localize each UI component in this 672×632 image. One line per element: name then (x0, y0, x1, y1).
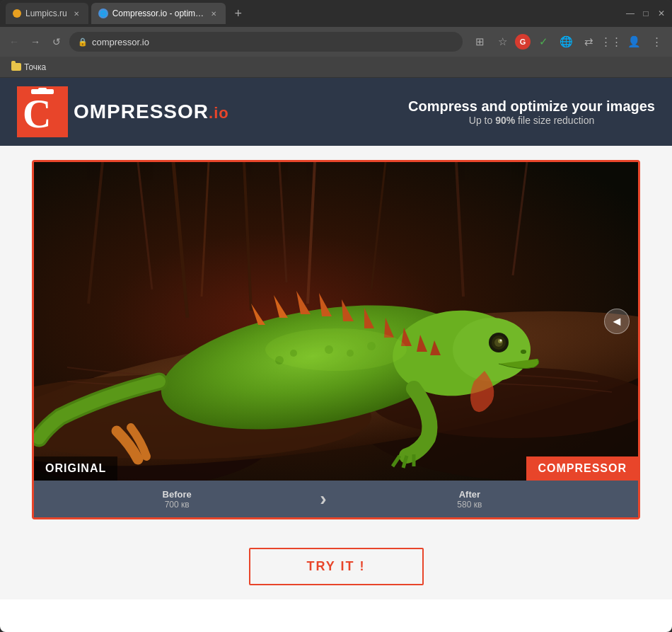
logo-ompressor: OMPRESSOR (74, 100, 209, 122)
iguana-image: ORIGINAL COMPRESSOR ◄ (34, 162, 638, 481)
url-bar[interactable]: 🔒 compressor.io (69, 32, 463, 52)
stat-after: After 580 кв (341, 489, 598, 510)
extension-globe-icon[interactable]: 🌐 (556, 32, 576, 52)
extension-check-icon[interactable]: ✓ (533, 32, 553, 52)
logo-tld: .io (209, 104, 229, 122)
lock-icon: 🔒 (78, 38, 88, 47)
stat-before-value: 700 кв (48, 500, 306, 510)
svg-text:C: C (23, 92, 51, 136)
slider-arrow[interactable]: ◄ (604, 309, 630, 334)
logo-text-area: OMPRESSOR.io (68, 102, 229, 122)
stat-after-label: After (341, 489, 598, 500)
new-tab-button[interactable]: + (228, 4, 248, 23)
tab-compressor[interactable]: 🌐 Compressor.io - optimize and co... ✕ (91, 3, 226, 24)
extension-grid-icon[interactable]: ⋮⋮ (601, 32, 621, 52)
stat-before: Before 700 кв (48, 489, 306, 510)
try-section: TRY IT ! (0, 534, 672, 599)
stats-bar: Before 700 кв › After 580 кв (34, 481, 638, 517)
title-bar: Lumpics.ru ✕ 🌐 Compressor.io - optimize … (0, 0, 672, 27)
url-text: compressor.io (92, 37, 454, 47)
image-compare-container: ORIGINAL COMPRESSOR ◄ Before 700 кв (32, 160, 640, 519)
extension-red-icon[interactable]: G (515, 34, 531, 50)
demo-section: ORIGINAL COMPRESSOR ◄ Before 700 кв (0, 146, 672, 534)
star-icon[interactable]: ☆ (492, 32, 512, 52)
stat-before-label: Before (48, 489, 306, 500)
browser-window: Lumpics.ru ✕ 🌐 Compressor.io - optimize … (0, 0, 672, 632)
tab-compressor-close[interactable]: ✕ (209, 8, 219, 18)
logo-svg: C (17, 86, 68, 137)
minimize-button[interactable]: — (625, 8, 635, 18)
forward-button[interactable]: → (27, 33, 44, 50)
profile-icon[interactable]: 👤 (624, 32, 644, 52)
address-bar: ← → ↺ 🔒 compressor.io ⊞ ☆ G ✓ 🌐 ⇄ ⋮⋮ 👤 ⋮ (0, 27, 672, 57)
tagline-prefix: Up to (469, 115, 495, 126)
tab-lumpics-label: Lumpics.ru (25, 8, 67, 18)
bookmark-tochka[interactable]: Точка (6, 61, 52, 74)
menu-icon[interactable]: ⋮ (647, 32, 666, 52)
close-button[interactable]: ✕ (656, 8, 666, 18)
reload-button[interactable]: ↺ (48, 33, 65, 50)
header-tagline: Compress and optimize your images Up to … (408, 98, 655, 126)
bookmarks-bar: Точка (0, 57, 672, 78)
tagline-highlight: 90% (495, 115, 515, 126)
svg-point-36 (265, 328, 407, 371)
svg-point-27 (521, 350, 526, 354)
tab-lumpics-close[interactable]: ✕ (71, 8, 81, 18)
iguana-svg (34, 162, 638, 481)
bookmark-tochka-label: Точка (24, 62, 46, 72)
svg-rect-1 (38, 88, 47, 91)
lumpics-favicon (13, 9, 21, 18)
page-content: C OMPRESSOR.io Compress and optimize you… (0, 78, 672, 632)
stat-after-value: 580 кв (341, 500, 598, 510)
compressor-favicon: 🌐 (98, 8, 108, 18)
tagline-sub: Up to 90% file size reduction (408, 115, 655, 126)
tab-compressor-label: Compressor.io - optimize and co... (112, 8, 204, 18)
try-it-button[interactable]: TRY IT ! (249, 548, 424, 585)
logo-area: C OMPRESSOR.io (17, 86, 229, 137)
maximize-button[interactable]: □ (641, 8, 651, 18)
site-header: C OMPRESSOR.io Compress and optimize you… (0, 78, 672, 146)
svg-point-26 (500, 340, 502, 342)
stat-arrow: › (306, 488, 340, 510)
toolbar-icons: ⊞ ☆ G ✓ 🌐 ⇄ ⋮⋮ 👤 ⋮ (470, 32, 666, 52)
translate-icon[interactable]: ⊞ (470, 32, 489, 52)
logo-c-box: C (17, 86, 68, 137)
tagline-suffix: file size reduction (515, 115, 594, 126)
label-original: ORIGINAL (34, 456, 117, 481)
bookmark-folder-icon (11, 63, 21, 71)
logo-brand-text: OMPRESSOR.io (74, 102, 229, 122)
svg-point-21 (453, 318, 531, 381)
back-button[interactable]: ← (6, 33, 23, 50)
tagline-main: Compress and optimize your images (408, 98, 655, 115)
tab-lumpics[interactable]: Lumpics.ru ✕ (6, 3, 88, 24)
label-compressor: COMPRESSOR (526, 456, 638, 481)
extension-swap-icon[interactable]: ⇄ (579, 32, 598, 52)
window-controls: — □ ✕ (625, 8, 666, 18)
